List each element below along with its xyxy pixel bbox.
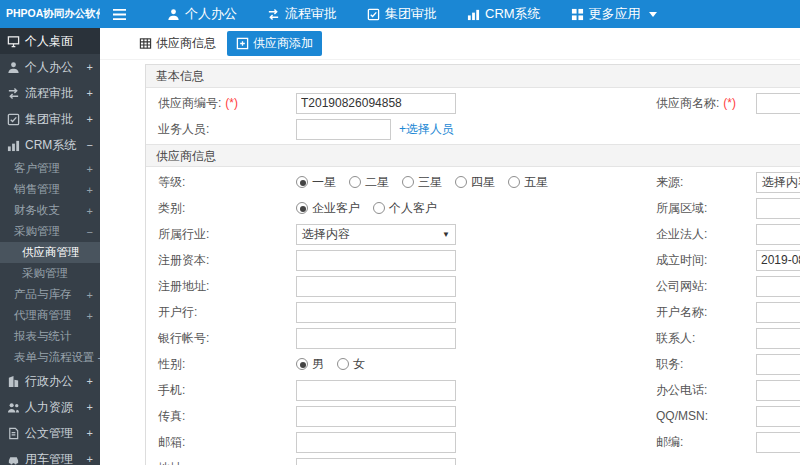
address-label: 地址: <box>146 460 296 465</box>
qq-msn-input[interactable] <box>756 406 800 427</box>
tab-2[interactable]: 供应商添加 <box>227 31 322 56</box>
zip-input[interactable] <box>756 432 800 453</box>
reg-address-input[interactable] <box>296 276 456 297</box>
sidebar-item-6[interactable]: 客户管理+ <box>0 158 100 179</box>
user-icon <box>7 61 20 74</box>
industry-select[interactable]: 选择内容▼ <box>296 224 456 245</box>
topnav-item-3[interactable]: 集团审批 <box>352 0 452 28</box>
radio-label: 企业客户 <box>312 200 360 217</box>
select-value: 选择内容 <box>302 226 350 243</box>
level-radio-3[interactable]: 三星 <box>402 174 442 191</box>
category-radio-1[interactable]: 企业客户 <box>296 200 360 217</box>
category-label: 类别: <box>146 200 296 217</box>
form-row: 开户行:开户名称: <box>146 299 800 325</box>
sidebar-item-1[interactable]: 个人桌面 <box>0 28 100 54</box>
industry-label: 所属行业: <box>146 226 296 243</box>
topnav-item-1[interactable]: 个人办公 <box>152 0 252 28</box>
zip-label: 邮编: <box>646 434 756 451</box>
hr-icon <box>7 401 20 414</box>
radio-icon[interactable] <box>296 176 308 188</box>
email-input[interactable] <box>296 432 456 453</box>
sidebar-item-9[interactable]: 采购管理− <box>0 221 100 242</box>
sidebar-item-7[interactable]: 销售管理+ <box>0 179 100 200</box>
select-person-link[interactable]: +选择人员 <box>399 121 454 138</box>
topnav-item-2[interactable]: 流程审批 <box>252 0 352 28</box>
select-value: 选择内容 <box>762 174 800 191</box>
sidebar-item-19[interactable]: 用车管理+ <box>0 446 100 465</box>
sidebar-item-17[interactable]: 人力资源+ <box>0 394 100 420</box>
sidebar-item-15[interactable]: 表单与流程设置+ <box>0 347 100 368</box>
reg-address-label: 注册地址: <box>146 278 296 295</box>
address-input[interactable] <box>296 458 456 465</box>
radio-icon[interactable] <box>296 202 308 214</box>
topnav-item-5[interactable]: 更多应用 <box>556 0 672 28</box>
radio-icon[interactable] <box>373 202 385 214</box>
supplier-code-input[interactable] <box>296 93 456 114</box>
radio-icon[interactable] <box>296 358 308 370</box>
hamburger-menu-button[interactable] <box>100 8 138 21</box>
sidebar-item-5[interactable]: CRM系统− <box>0 132 100 158</box>
found-date-input[interactable] <box>756 250 800 271</box>
bank-input[interactable] <box>296 302 456 323</box>
mobile-label: 手机: <box>146 382 296 399</box>
radio-icon[interactable] <box>337 358 349 370</box>
expand-toggle-icon: + <box>84 401 93 413</box>
job-title-input[interactable] <box>756 354 800 375</box>
sidebar-item-13[interactable]: 代理商管理+ <box>0 305 100 326</box>
radio-icon[interactable] <box>402 176 414 188</box>
radio-icon[interactable] <box>508 176 520 188</box>
mobile-input[interactable] <box>296 380 456 401</box>
sidebar-item-label: 采购管理 <box>14 224 60 239</box>
reg-capital-label: 注册资本: <box>146 252 296 269</box>
reg-capital-input[interactable] <box>296 250 456 271</box>
expand-toggle-icon: + <box>84 61 93 73</box>
fax-input[interactable] <box>296 406 456 427</box>
level-radio-4[interactable]: 四星 <box>455 174 495 191</box>
expand-toggle-icon: + <box>84 453 93 465</box>
gender-radio-2[interactable]: 女 <box>337 356 365 373</box>
business-person-input[interactable] <box>296 119 391 140</box>
region-label: 所属区域: <box>646 200 756 217</box>
sidebar-item-14[interactable]: 报表与统计 <box>0 326 100 347</box>
sidebar-item-16[interactable]: 行政办公+ <box>0 368 100 394</box>
sidebar-item-label: 销售管理 <box>14 182 60 197</box>
radio-icon[interactable] <box>349 176 361 188</box>
radio-icon[interactable] <box>455 176 467 188</box>
website-input[interactable] <box>756 276 800 297</box>
sidebar-item-label: 表单与流程设置 <box>14 350 95 365</box>
sidebar-item-4[interactable]: 集团审批+ <box>0 106 100 132</box>
gender-radio-1[interactable]: 男 <box>296 356 324 373</box>
contact-input[interactable] <box>756 328 800 349</box>
sidebar-item-3[interactable]: 流程审批+ <box>0 80 100 106</box>
source-select[interactable]: 选择内容▼ <box>756 172 800 193</box>
supplier-name-input[interactable] <box>756 93 800 114</box>
region-input[interactable] <box>756 198 800 219</box>
level-radio-2[interactable]: 二星 <box>349 174 389 191</box>
sidebar-item-label: 行政办公 <box>25 373 73 390</box>
sidebar-item-10[interactable]: 供应商管理 <box>0 242 100 263</box>
approve-icon <box>367 8 380 21</box>
account-name-input[interactable] <box>756 302 800 323</box>
sidebar-item-18[interactable]: 公文管理+ <box>0 420 100 446</box>
caret-down-icon: ▼ <box>442 230 450 239</box>
tab-1[interactable]: 供应商信息 <box>133 31 222 56</box>
bank-account-input[interactable] <box>296 328 456 349</box>
office-phone-input[interactable] <box>756 380 800 401</box>
sidebar-item-2[interactable]: 个人办公+ <box>0 54 100 80</box>
legal-person-input[interactable] <box>756 224 800 245</box>
sidebar-item-8[interactable]: 财务收支+ <box>0 200 100 221</box>
level-radio-5[interactable]: 五星 <box>508 174 548 191</box>
level-radio-1[interactable]: 一星 <box>296 174 336 191</box>
flow-icon <box>7 87 20 100</box>
form-row: 手机:办公电话: <box>146 377 800 403</box>
sidebar-item-12[interactable]: 产品与库存+ <box>0 284 100 305</box>
doc-icon <box>7 427 20 440</box>
category-radio-2[interactable]: 个人客户 <box>373 200 437 217</box>
sidebar-item-label: 个人桌面 <box>25 33 73 50</box>
form-row: 注册地址:公司网站: <box>146 273 800 299</box>
sidebar-item-11[interactable]: 采购管理 <box>0 263 100 284</box>
topnav-item-4[interactable]: CRM系统 <box>452 0 556 28</box>
hamburger-icon <box>112 8 127 21</box>
form-row: 所属行业:选择内容▼企业法人: <box>146 221 800 247</box>
form-row: 传真:QQ/MSN: <box>146 403 800 429</box>
